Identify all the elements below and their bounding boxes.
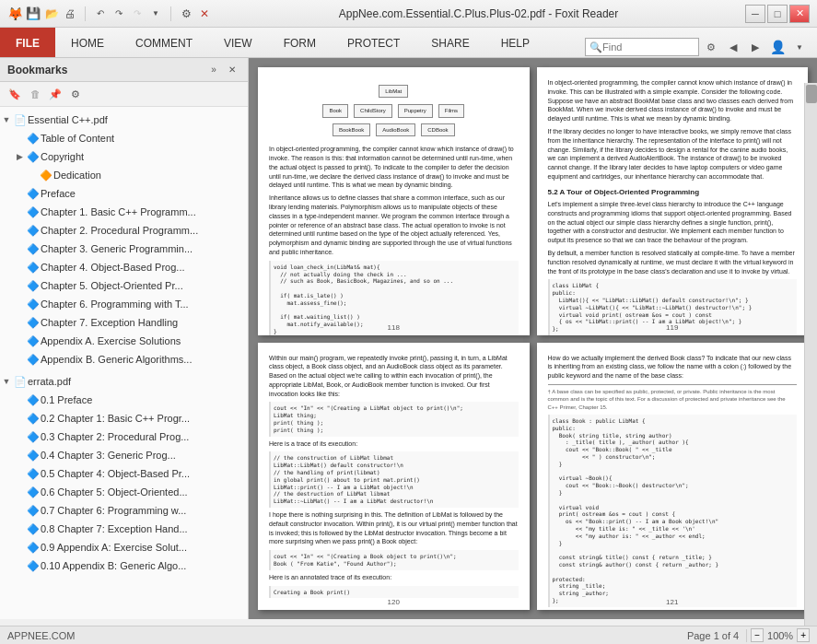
expander-preface[interactable] xyxy=(13,187,26,200)
expander-ch6[interactable] xyxy=(13,298,26,310)
status-bar: APPNEE.COM Page 1 of 4 − 100% + xyxy=(0,626,817,644)
tab-view[interactable]: VIEW xyxy=(208,28,268,57)
info-icon[interactable]: ✕ xyxy=(197,6,212,21)
expander-e09[interactable] xyxy=(13,541,26,554)
tree-item-toc[interactable]: 🔷 Table of Content xyxy=(0,129,248,147)
expander-appA[interactable] xyxy=(13,334,26,347)
tab-home[interactable]: HOME xyxy=(55,28,120,57)
dropdown-btn[interactable]: ▼ xyxy=(789,37,810,57)
redo2-icon[interactable]: ↷ xyxy=(130,6,145,21)
e09-label: 0.9 Appendix A: Exercise Solut... xyxy=(41,539,248,556)
tab-file[interactable]: FILE xyxy=(0,28,55,57)
e02-label: 0.2 Chapter 1: Basic C++ Progr... xyxy=(41,410,248,427)
tree-item-dedication[interactable]: 🔶 Dedication xyxy=(0,166,248,184)
minimize-button[interactable]: ─ xyxy=(745,5,765,23)
bookmark-icon-e10: 🔷 xyxy=(26,559,41,572)
tab-comment[interactable]: COMMENT xyxy=(120,28,208,57)
search-options-button[interactable]: ⚙ xyxy=(701,37,721,57)
tree-item-e08[interactable]: 🔷 0.8 Chapter 7: Exception Hand... xyxy=(0,520,248,538)
sidebar-content[interactable]: ▼ 📄 Essential C++.pdf 🔷 Table of Content… xyxy=(0,107,248,619)
page-118-text: In object-oriented programming, the comp… xyxy=(269,145,519,190)
zoom-out-button[interactable]: − xyxy=(751,628,764,642)
sidebar-expand-btn[interactable]: » xyxy=(205,62,222,78)
zoom-control: − 100% + xyxy=(746,628,810,642)
tree-item-e10[interactable]: 🔷 0.10 Appendix B: Generic Algo... xyxy=(0,556,248,575)
expander-ch5[interactable] xyxy=(13,279,26,292)
expander-ch3[interactable] xyxy=(13,242,26,255)
tree-item-e05[interactable]: 🔷 0.5 Chapter 4: Object-Based Pr... xyxy=(0,464,248,483)
tree-item-appB[interactable]: 🔷 Appendix B. Generic Algorithms... xyxy=(0,350,248,369)
tree-item-ch2[interactable]: 🔷 Chapter 2. Procedural Programm... xyxy=(0,221,248,240)
vertical-scrollbar[interactable] xyxy=(804,83,817,626)
tree-item-ch1[interactable]: 🔷 Chapter 1. Basic C++ Programm... xyxy=(0,203,248,221)
tree-item-ch5[interactable]: 🔷 Chapter 5. Object-Oriented Pr... xyxy=(0,276,248,295)
expander-e06[interactable] xyxy=(13,486,26,498)
expander-e04[interactable] xyxy=(13,449,26,462)
expander-ch7[interactable] xyxy=(13,316,26,329)
tree-item-ch4[interactable]: 🔷 Chapter 4. Object-Based Prog... xyxy=(0,258,248,276)
bookmark-options-icon[interactable]: ⚙ xyxy=(66,85,85,103)
tree-item-e07[interactable]: 🔷 0.7 Chapter 6: Programming w... xyxy=(0,501,248,520)
expander-errata[interactable]: ▼ xyxy=(0,375,13,388)
expander-appB[interactable] xyxy=(13,353,26,366)
tree-item-ch7[interactable]: 🔷 Chapter 7. Exception Handling xyxy=(0,313,248,332)
search-input[interactable] xyxy=(602,41,694,53)
bookmark-add-icon[interactable]: 🔖 xyxy=(6,85,24,103)
open-icon[interactable]: 📂 xyxy=(44,6,59,21)
tree-item-e06[interactable]: 🔷 0.6 Chapter 5: Object-Oriented... xyxy=(0,483,248,501)
tree-item-e02[interactable]: 🔷 0.2 Chapter 1: Basic C++ Progr... xyxy=(0,409,248,427)
expander-dedication[interactable] xyxy=(26,169,39,181)
tree-item-preface[interactable]: 🔷 Preface xyxy=(0,184,248,203)
tree-item-copyright[interactable]: ▶ 🔷 Copyright xyxy=(0,147,248,166)
sidebar-close-btn[interactable]: ✕ xyxy=(224,62,240,78)
expander-ch2[interactable] xyxy=(13,224,26,237)
expander-essential[interactable]: ▼ xyxy=(0,113,13,126)
tab-protect[interactable]: PROTECT xyxy=(332,28,415,57)
tree-item-e01[interactable]: 🔷 0.1 Preface xyxy=(0,391,248,409)
expander-ch1[interactable] xyxy=(13,205,26,218)
expander-e02[interactable] xyxy=(13,412,26,425)
undo-icon[interactable]: ↶ xyxy=(93,6,108,21)
ch7-label: Chapter 7. Exception Handling xyxy=(41,314,248,331)
expander-e08[interactable] xyxy=(13,522,26,535)
save-icon[interactable]: 💾 xyxy=(26,6,41,21)
expander-e03[interactable] xyxy=(13,430,26,443)
close-button[interactable]: ✕ xyxy=(789,5,810,23)
print-icon[interactable]: 🖨 xyxy=(63,6,77,21)
expander-e05[interactable] xyxy=(13,467,26,480)
tree-item-ch3[interactable]: 🔷 Chapter 3. Generic Programmin... xyxy=(0,240,248,258)
settings-icon[interactable]: ⚙ xyxy=(179,6,193,21)
tree-item-essential[interactable]: ▼ 📄 Essential C++.pdf xyxy=(0,111,248,129)
expander-copyright[interactable]: ▶ xyxy=(13,150,26,163)
tab-share[interactable]: SHARE xyxy=(415,28,484,57)
user-icon[interactable]: 👤 xyxy=(767,37,788,57)
ch2-label: Chapter 2. Procedural Programm... xyxy=(41,222,248,239)
ch3-label: Chapter 3. Generic Programmin... xyxy=(41,240,248,257)
expander-ch4[interactable] xyxy=(13,261,26,274)
bookmark-icon-e07: 🔷 xyxy=(26,504,41,517)
maximize-button[interactable]: □ xyxy=(767,5,788,23)
bookmark-icon-10: 🔷 xyxy=(26,298,41,310)
content-area[interactable]: LibMat Book ChildStory Puppetry Films Bo… xyxy=(249,58,817,619)
tree-item-e03[interactable]: 🔷 0.3 Chapter 2: Procedural Prog... xyxy=(0,427,248,446)
expander-e10[interactable] xyxy=(13,559,26,572)
bookmark-icon: 🔷 xyxy=(26,132,41,145)
tab-help[interactable]: HELP xyxy=(485,28,545,57)
main-layout: Bookmarks » ✕ 🔖 🗑 📌 ⚙ ▼ 📄 Essential C++.… xyxy=(0,58,817,619)
tree-item-appA[interactable]: 🔷 Appendix A. Exercise Solutions xyxy=(0,332,248,350)
tree-item-e04[interactable]: 🔷 0.4 Chapter 3: Generic Prog... xyxy=(0,446,248,464)
expander-toc[interactable] xyxy=(13,132,26,145)
redo-icon[interactable]: ↷ xyxy=(111,6,126,21)
bookmark-nav-icon[interactable]: 📌 xyxy=(46,85,64,103)
tree-item-e09[interactable]: 🔷 0.9 Appendix A: Exercise Solut... xyxy=(0,538,248,556)
tree-item-ch6[interactable]: 🔷 Chapter 6. Programming with T... xyxy=(0,295,248,313)
zoom-in-button[interactable]: + xyxy=(797,628,810,642)
dropdown-icon[interactable]: ▼ xyxy=(148,6,163,21)
bookmark-delete-icon[interactable]: 🗑 xyxy=(26,85,44,103)
expander-e07[interactable] xyxy=(13,504,26,517)
expander-e01[interactable] xyxy=(13,393,26,406)
next-result-button[interactable]: ▶ xyxy=(745,37,765,57)
tree-item-errata[interactable]: ▼ 📄 errata.pdf xyxy=(0,372,248,391)
prev-result-button[interactable]: ◀ xyxy=(723,37,743,57)
tab-form[interactable]: FORM xyxy=(268,28,332,57)
